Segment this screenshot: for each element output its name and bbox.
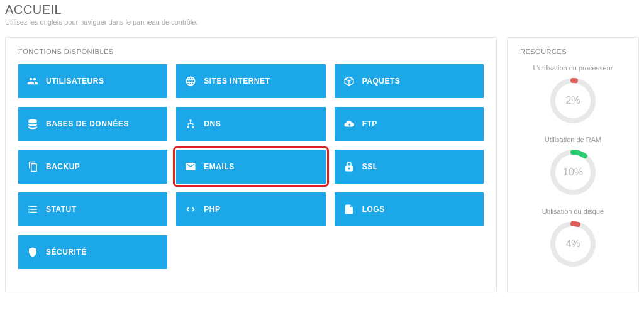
tile-ftp[interactable]: FTP	[335, 107, 484, 141]
gauge: 10%	[548, 147, 598, 197]
tile-label: PAQUETS	[362, 77, 401, 86]
tile-label: FTP	[362, 119, 377, 128]
package-icon	[343, 75, 355, 87]
resource-label: Utilisation de RAM	[520, 136, 626, 143]
tile-db[interactable]: BASES DE DONNÉES	[18, 107, 167, 141]
tile-label: EMAILS	[204, 162, 234, 171]
tile-label: LOGS	[362, 205, 385, 214]
gauge-value: 10%	[548, 147, 598, 197]
resources-panel: RESOURCES L'utilisation du processeur2%U…	[507, 37, 639, 292]
users-icon	[27, 75, 38, 87]
tile-label: DNS	[204, 119, 221, 128]
tile-label: SSL	[362, 162, 378, 171]
tile-ssl[interactable]: SSL	[335, 150, 484, 184]
envelope-icon	[185, 161, 196, 172]
tile-label: BASES DE DONNÉES	[46, 119, 129, 128]
tile-security[interactable]: SÉCURITÉ	[18, 235, 167, 269]
tile-status[interactable]: STATUT	[18, 192, 167, 226]
copy-icon	[27, 161, 38, 172]
cloud-icon	[343, 118, 355, 130]
tile-packages[interactable]: PAQUETS	[335, 64, 484, 98]
tile-label: UTILISATEURS	[46, 77, 104, 86]
tile-emails[interactable]: EMAILS	[176, 150, 325, 184]
functions-panel-title: FONCTIONS DISPONIBLES	[18, 48, 484, 55]
resource-item: L'utilisation du processeur2%	[520, 64, 626, 126]
file-icon	[343, 204, 355, 215]
tile-logs[interactable]: LOGS	[335, 192, 484, 226]
gauge-value: 2%	[548, 75, 598, 126]
tiles-grid: UTILISATEURSSITES INTERNETPAQUETSBASES D…	[18, 64, 484, 269]
lock-icon	[343, 161, 355, 172]
page-title: ACCUEIL	[5, 3, 639, 17]
resource-label: L'utilisation du processeur	[520, 64, 626, 72]
gauge: 4%	[548, 219, 598, 269]
tile-users[interactable]: UTILISATEURS	[18, 64, 167, 98]
database-icon	[27, 118, 38, 130]
list-icon	[27, 204, 38, 215]
functions-panel: FONCTIONS DISPONIBLES UTILISATEURSSITES …	[5, 37, 497, 292]
resources-list: L'utilisation du processeur2%Utilisation…	[520, 64, 626, 269]
tile-backup[interactable]: BACKUP	[18, 150, 167, 184]
resource-item: Utilisation de RAM10%	[520, 136, 626, 197]
globe-icon	[185, 75, 196, 87]
sitemap-icon	[185, 118, 196, 130]
tile-label: SÉCURITÉ	[46, 248, 87, 257]
gauge: 2%	[548, 75, 598, 126]
gauge-value: 4%	[548, 219, 598, 269]
tile-label: BACKUP	[46, 162, 80, 171]
tile-label: PHP	[204, 205, 220, 214]
resources-panel-title: RESOURCES	[520, 48, 626, 55]
resource-item: Utilisation du disque4%	[520, 207, 626, 269]
tile-php[interactable]: PHP	[176, 192, 325, 226]
tile-sites[interactable]: SITES INTERNET	[176, 64, 325, 98]
tile-dns[interactable]: DNS	[176, 107, 325, 141]
shield-icon	[27, 246, 38, 258]
code-icon	[185, 204, 196, 215]
tile-label: STATUT	[46, 205, 77, 214]
tile-label: SITES INTERNET	[204, 77, 270, 86]
resource-label: Utilisation du disque	[520, 207, 626, 215]
page-subtitle: Utilisez les onglets pour naviguer dans …	[5, 18, 639, 26]
